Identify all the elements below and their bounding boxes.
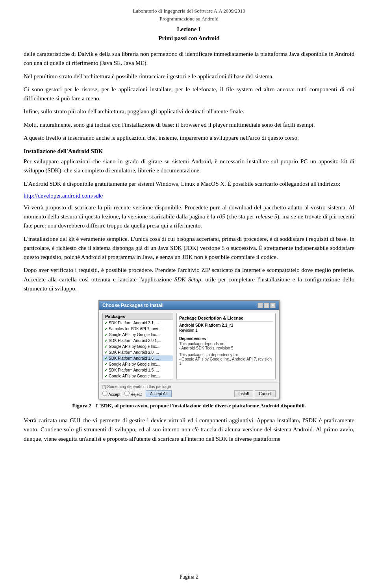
- paragraph-1: delle caratteristiche di Dalvik e della …: [24, 50, 354, 68]
- window-controls: _ □ ✕: [258, 303, 276, 308]
- packages-list: ✔SDK Platform Android 2.1, ... ✔Samples …: [103, 320, 173, 379]
- paragraph-5: Molti, naturalmente, sono già inclusi co…: [24, 120, 354, 129]
- list-item[interactable]: ✔SDK Platform Android 2.0, ...: [103, 349, 173, 355]
- page-number: Pagina 2: [180, 574, 199, 580]
- action-buttons: Install Cancel: [234, 390, 276, 397]
- deps-text4: This package is a dependency for:: [179, 353, 273, 357]
- lesson-title: Lezione 1 Primi passi con Android: [24, 25, 354, 43]
- sdk-dialog-screenshot: Choose Packages to Install _ □ ✕ Package…: [98, 300, 280, 399]
- dialog-body: Packages ✔SDK Platform Android 2.1, ... …: [99, 310, 279, 383]
- paragraph-6: A questo livello si inseriranno anche le…: [24, 133, 354, 142]
- header-line1: Laboratorio di Ingegneria del Software A…: [24, 7, 354, 15]
- footer-buttons: Accept Reject Accept All Install Cancel: [102, 390, 276, 397]
- install-button[interactable]: Install: [234, 390, 253, 397]
- deps-text5: - Google APIs by Google Inc., Android AP…: [179, 357, 273, 366]
- lesson-title-line2: Primi passi con Android: [24, 34, 354, 43]
- lesson-title-line1: Lezione 1: [24, 25, 354, 34]
- list-item[interactable]: ✔Google APIs by Google Inc....: [103, 373, 173, 379]
- paragraph-12: Verrà caricata una GUI che vi permette d…: [24, 416, 354, 444]
- deps-text2: - Android SDK Tools, revision 5: [179, 346, 273, 350]
- accept-radio[interactable]: [102, 391, 107, 396]
- footer-note: [*] Something depends on this package: [102, 385, 276, 389]
- packages-panel: Packages ✔SDK Platform Android 2.1, ... …: [102, 313, 173, 379]
- dialog-titlebar: Choose Packages to Install _ □ ✕: [99, 301, 279, 310]
- page-footer: Pagina 2: [0, 574, 378, 580]
- deps-text1: This package depends on:: [179, 342, 273, 346]
- cancel-button[interactable]: Cancel: [255, 390, 276, 397]
- paragraph-9: Vi verrà proposto di scaricare la più re…: [24, 203, 354, 231]
- minimize-button[interactable]: _: [258, 303, 263, 308]
- reject-radio-label[interactable]: Reject: [124, 391, 142, 397]
- list-item[interactable]: ✔SDK Platform Android 2.1, ...: [103, 320, 173, 326]
- maximize-button[interactable]: □: [264, 303, 269, 308]
- header-line2: Programmazione su Android: [24, 15, 354, 23]
- dialog-footer: [*] Something depends on this package Ac…: [99, 383, 279, 399]
- paragraph-7: Per sviluppare applicazioni che siano in…: [24, 157, 354, 176]
- dependencies-title: Dependencies: [179, 337, 273, 341]
- paragraph-2: Nel penultimo strato dell'architettura è…: [24, 72, 354, 81]
- dialog-title: Choose Packages to Install: [102, 303, 163, 308]
- figure-caption: Figura 2 - L'SDK, al primo avvio, propon…: [24, 403, 354, 409]
- accept-radio-label[interactable]: Accept: [102, 391, 120, 397]
- paragraph-8: L'Android SDK è disponibile gratuitament…: [24, 179, 354, 189]
- paragraph-11: Dopo aver verificato i requisiti, è poss…: [24, 266, 354, 293]
- list-item[interactable]: ✔Google APIs by Google Inc....: [103, 332, 173, 338]
- page-header: Laboratorio di Ingegneria del Software A…: [24, 7, 354, 22]
- accept-all-button[interactable]: Accept All: [146, 390, 172, 397]
- description-header: Package Description & License: [179, 316, 273, 322]
- list-item[interactable]: ✔SDK Platform Android 1.5, ...: [103, 367, 173, 373]
- paragraph-10: L'installazione del kit è veramente semp…: [24, 235, 354, 262]
- list-item[interactable]: ✔Google APIs by Google Inc....: [103, 344, 173, 349]
- packages-header: Packages: [103, 313, 173, 320]
- reject-radio[interactable]: [124, 391, 130, 396]
- list-item[interactable]: ✔SDK Platform Android 2.0.1,...: [103, 338, 173, 344]
- description-panel: Package Description & License Android SD…: [176, 313, 276, 379]
- sdk-link[interactable]: http://developer.android.com/sdk/: [24, 192, 103, 199]
- radio-group: Accept Reject Accept All: [102, 390, 172, 397]
- paragraph-3: Ci sono gestori per le risorse, per le a…: [24, 85, 354, 104]
- paragraph-4: Infine, sullo strato più alto dell'archi…: [24, 107, 354, 116]
- figure-container: Choose Packages to Install _ □ ✕ Package…: [24, 300, 354, 409]
- package-name: Android SDK Platform 2.1_r1: [179, 323, 273, 327]
- list-item[interactable]: ✔Samples for SDK API 7, revi...: [103, 326, 173, 332]
- close-button[interactable]: ✕: [270, 303, 276, 308]
- section-title: Installazione dell'Android SDK: [24, 148, 354, 155]
- page: Laboratorio di Ingegneria del Software A…: [0, 0, 378, 588]
- package-revision: Revision 1: [179, 328, 273, 333]
- list-item[interactable]: ✔Google APIs by Google Inc....: [103, 361, 173, 367]
- list-item-selected[interactable]: ✔SDK Platform Android 1.6, ...: [103, 355, 173, 361]
